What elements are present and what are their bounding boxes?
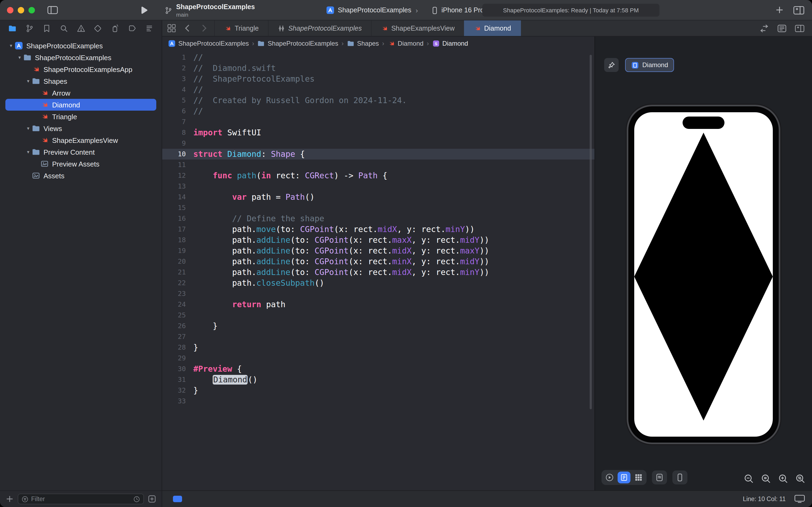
code-line[interactable]: 11	[162, 160, 594, 170]
code-line[interactable]: 3// ShapeProtocolExamples	[162, 73, 594, 84]
navigator-tests-icon[interactable]	[93, 23, 103, 34]
code-line[interactable]: 31 Diamond()	[162, 374, 594, 385]
add-tab-icon[interactable]	[775, 5, 784, 14]
sidebar-item-diamond[interactable]: Diamond	[5, 99, 156, 111]
sidebar-item-triangle[interactable]: Triangle	[5, 111, 156, 122]
code-line[interactable]: 29	[162, 353, 594, 363]
navigator-bookmarks-icon[interactable]	[41, 23, 52, 34]
sidebar-toggle-icon[interactable]	[47, 6, 58, 14]
forward-icon[interactable]	[199, 23, 209, 33]
navigator-project-icon[interactable]	[7, 23, 18, 34]
sidebar-item-views[interactable]: ▾Views	[5, 122, 156, 134]
sidebar-item-assets[interactable]: Assets	[5, 170, 156, 181]
code-line[interactable]: 26 }	[162, 321, 594, 331]
code-line[interactable]: 7	[162, 117, 594, 127]
add-file-icon[interactable]	[5, 495, 14, 503]
code-line[interactable]: 28}	[162, 342, 594, 353]
devices-button[interactable]	[673, 470, 687, 485]
code-line[interactable]: 16 // Define the shape	[162, 213, 594, 224]
breadcrumb-item-shapes-2[interactable]: Shapes	[347, 40, 379, 47]
code-line[interactable]: 15	[162, 203, 594, 213]
sidebar-item-shapeprotocolexamples[interactable]: ▾ShapeProtocolExamples	[5, 52, 156, 63]
variants-button[interactable]	[632, 471, 645, 484]
navigator-breakpoints-icon[interactable]	[127, 23, 137, 34]
run-destination-selector[interactable]: iPhone 16 Pro	[431, 5, 484, 15]
tab-shapeexamplesview[interactable]: ShapeExamplesView	[371, 20, 464, 36]
back-icon[interactable]	[183, 23, 192, 33]
code-line[interactable]: 13	[162, 181, 594, 192]
breadcrumb-item-diamond-3[interactable]: Diamond	[388, 40, 423, 47]
selectable-mode-button[interactable]	[618, 471, 631, 484]
code-line[interactable]: 1//	[162, 52, 594, 63]
disclosure-triangle-icon[interactable]: ▾	[25, 78, 32, 84]
sidebar-item-shapeexamplesview[interactable]: ShapeExamplesView	[5, 134, 156, 146]
code-line[interactable]: 33	[162, 396, 594, 406]
breadcrumb-item-shapeprotocolexamples-0[interactable]: ShapeProtocolExamples	[168, 40, 249, 47]
zoom-in-icon[interactable]	[778, 474, 789, 484]
code-line[interactable]: 17 path.move(to: CGPoint(x: rect.midX, y…	[162, 224, 594, 235]
minimize-button[interactable]	[18, 7, 24, 13]
code-review-icon[interactable]	[759, 23, 769, 33]
code-line[interactable]: 30#Preview {	[162, 363, 594, 374]
code-line[interactable]: 9	[162, 138, 594, 149]
device-settings-button[interactable]	[652, 470, 667, 485]
code-line[interactable]: 14 var path = Path()	[162, 192, 594, 203]
disclosure-triangle-icon[interactable]: ▾	[16, 55, 23, 60]
code-line[interactable]: 2// Diamond.swift	[162, 63, 594, 73]
code-line[interactable]: 4//	[162, 84, 594, 95]
navigator-source-control-icon[interactable]	[24, 23, 35, 34]
code-line[interactable]: 8import SwiftUI	[162, 127, 594, 138]
tab-diamond[interactable]: Diamond	[464, 20, 521, 36]
scheme-selector[interactable]: ShapeProtocolExamples ›	[326, 5, 418, 15]
navigator-reports-icon[interactable]	[144, 23, 155, 34]
pin-preview-button[interactable]	[604, 58, 619, 72]
run-button[interactable]	[139, 6, 148, 14]
sidebar-item-arrow[interactable]: Arrow	[5, 87, 156, 99]
recents-filter-icon[interactable]	[133, 496, 140, 502]
code-line[interactable]: 5// Created by Russell Gordon on 2024-11…	[162, 95, 594, 106]
code-line[interactable]: 27	[162, 331, 594, 342]
disclosure-triangle-icon[interactable]: ▾	[25, 126, 32, 131]
tab-shapeprotocolexamples[interactable]: ShapeProtocolExamples	[268, 20, 371, 36]
add-editor-icon[interactable]	[795, 23, 805, 33]
navigator-find-icon[interactable]	[58, 23, 69, 34]
code-area[interactable]: 1//2// Diamond.swift3// ShapeProtocolExa…	[162, 51, 594, 490]
editor-indicator-icon[interactable]	[173, 496, 182, 502]
sidebar-item-preview-content[interactable]: ▾Preview Content	[5, 146, 156, 158]
code-line[interactable]: 6//	[162, 106, 594, 117]
sidebar-item-shapeprotocolexamples[interactable]: ▾ShapeProtocolExamples	[5, 40, 156, 52]
code-line[interactable]: 10struct Diamond: Shape {	[162, 149, 594, 160]
display-icon[interactable]	[794, 495, 805, 503]
code-line[interactable]: 25	[162, 310, 594, 321]
live-preview-button[interactable]	[603, 471, 616, 484]
zoom-out-icon[interactable]	[744, 474, 754, 484]
close-button[interactable]	[7, 7, 13, 13]
navigator-debug-icon[interactable]	[110, 23, 121, 34]
code-line[interactable]: 20 path.addLine(to: CGPoint(x: rect.minX…	[162, 256, 594, 267]
breadcrumb-item-shapeprotocolexamples-1[interactable]: ShapeProtocolExamples	[257, 40, 338, 47]
code-line[interactable]: 22 path.closeSubpath()	[162, 278, 594, 288]
code-line[interactable]: 21 path.addLine(to: CGPoint(x: rect.midX…	[162, 267, 594, 278]
tab-triangle[interactable]: Triangle	[214, 20, 268, 36]
filter-input[interactable]	[31, 496, 130, 502]
zoom-fit-icon[interactable]	[795, 474, 806, 484]
code-line[interactable]: 32}	[162, 385, 594, 396]
sidebar-item-preview-assets[interactable]: Preview Assets	[5, 158, 156, 170]
scm-filter-icon[interactable]	[148, 495, 156, 503]
navigator-issues-icon[interactable]	[75, 23, 86, 34]
editor-layout-icon[interactable]	[793, 6, 805, 14]
filter-field[interactable]	[18, 494, 144, 504]
code-line[interactable]: 18 path.addLine(to: CGPoint(x: rect.maxX…	[162, 235, 594, 245]
sidebar-item-shapes[interactable]: ▾Shapes	[5, 75, 156, 87]
editor-options-icon[interactable]	[777, 23, 787, 33]
code-line[interactable]: 19 path.addLine(to: CGPoint(x: rect.midX…	[162, 245, 594, 256]
fullscreen-button[interactable]	[28, 7, 35, 13]
sidebar-item-shapeprotocolexamplesapp[interactable]: ShapeProtocolExamplesApp	[5, 63, 156, 75]
code-line[interactable]: 12 func path(in rect: CGRect) -> Path {	[162, 170, 594, 181]
code-line[interactable]: 24 return path	[162, 299, 594, 310]
disclosure-triangle-icon[interactable]: ▾	[7, 43, 14, 48]
zoom-actual-icon[interactable]	[761, 474, 771, 484]
code-line[interactable]: 23	[162, 288, 594, 299]
preview-tab[interactable]: Diamond	[625, 58, 674, 72]
tab-overview-icon[interactable]	[167, 23, 176, 33]
